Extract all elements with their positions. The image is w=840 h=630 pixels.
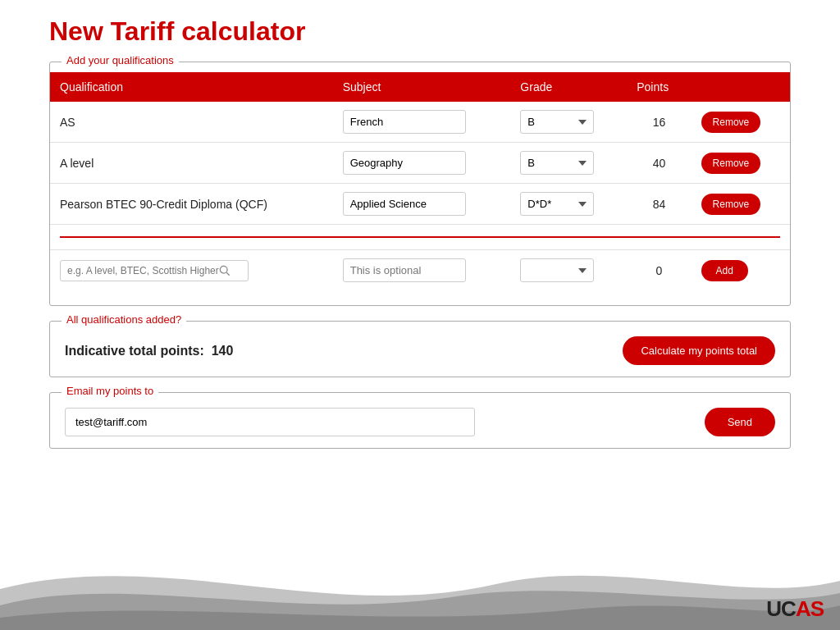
new-grade-select[interactable]: A B C bbox=[520, 258, 594, 282]
grade-select[interactable]: D*D* D*D DD DM MM bbox=[520, 192, 594, 216]
new-points-value: 0 bbox=[627, 250, 691, 291]
bottom-wave bbox=[0, 540, 840, 630]
col-points: Points bbox=[627, 72, 691, 102]
qualification-name: Pearson BTEC 90-Credit Diploma (QCF) bbox=[60, 198, 267, 211]
subject-input[interactable] bbox=[343, 192, 466, 216]
divider-row bbox=[50, 225, 790, 250]
col-qualification: Qualification bbox=[50, 72, 333, 102]
table-row: AS B A C D E 16 Remove bbox=[50, 102, 790, 143]
subject-input[interactable] bbox=[343, 110, 466, 134]
indicative-label: Indicative total points: bbox=[65, 344, 204, 358]
points-total-section: All qualifications added? Indicative tot… bbox=[49, 321, 791, 377]
table-row: Pearson BTEC 90-Credit Diploma (QCF) D*D… bbox=[50, 184, 790, 225]
new-subject-input[interactable] bbox=[343, 258, 466, 282]
page-title: New Tariff calculator bbox=[49, 16, 791, 47]
qualifications-section: Add your qualifications Qualification Su… bbox=[49, 62, 791, 306]
calculate-button[interactable]: Calculate my points total bbox=[623, 336, 775, 365]
email-legend: Email my points to bbox=[62, 385, 158, 397]
add-button[interactable]: Add bbox=[701, 260, 748, 281]
qualification-name: A level bbox=[60, 157, 94, 170]
email-row: Send bbox=[65, 408, 775, 436]
search-icon bbox=[219, 265, 231, 276]
col-actions bbox=[692, 72, 790, 102]
remove-button[interactable]: Remove bbox=[701, 194, 761, 215]
subject-input[interactable] bbox=[343, 151, 466, 175]
points-value: 16 bbox=[627, 102, 691, 143]
new-qualification-row: A B C 0 Add bbox=[50, 250, 790, 291]
grade-select[interactable]: B A C D E bbox=[520, 110, 594, 134]
qualifications-table: Qualification Subject Grade Points AS B … bbox=[50, 72, 790, 290]
col-subject: Subject bbox=[333, 72, 511, 102]
qualification-search-wrap bbox=[60, 260, 249, 281]
grade-select[interactable]: B A C D E bbox=[520, 151, 594, 175]
ucas-logo: UCAS bbox=[766, 596, 824, 622]
send-button[interactable]: Send bbox=[705, 408, 775, 436]
email-section: Email my points to Send bbox=[49, 392, 791, 449]
indicative-text: Indicative total points: 140 bbox=[65, 344, 233, 358]
qualification-name: AS bbox=[60, 116, 75, 129]
points-total-row: Indicative total points: 140 Calculate m… bbox=[65, 336, 775, 365]
qualifications-legend: Add your qualifications bbox=[62, 54, 179, 66]
email-input[interactable] bbox=[65, 408, 475, 436]
remove-button[interactable]: Remove bbox=[701, 153, 761, 174]
svg-point-0 bbox=[220, 266, 227, 273]
col-grade: Grade bbox=[510, 72, 627, 102]
points-total-legend: All qualifications added? bbox=[62, 313, 186, 326]
ucas-uc: UC bbox=[766, 596, 796, 621]
svg-line-1 bbox=[226, 272, 230, 276]
total-points: 140 bbox=[212, 344, 234, 358]
remove-button[interactable]: Remove bbox=[701, 112, 761, 133]
divider bbox=[60, 236, 780, 238]
ucas-as: AS bbox=[796, 596, 824, 621]
points-value: 40 bbox=[627, 143, 691, 184]
table-header-row: Qualification Subject Grade Points bbox=[50, 72, 790, 102]
table-row: A level B A C D E 40 Remove bbox=[50, 143, 790, 184]
qualification-search-input[interactable] bbox=[67, 265, 219, 276]
points-value: 84 bbox=[627, 184, 691, 225]
